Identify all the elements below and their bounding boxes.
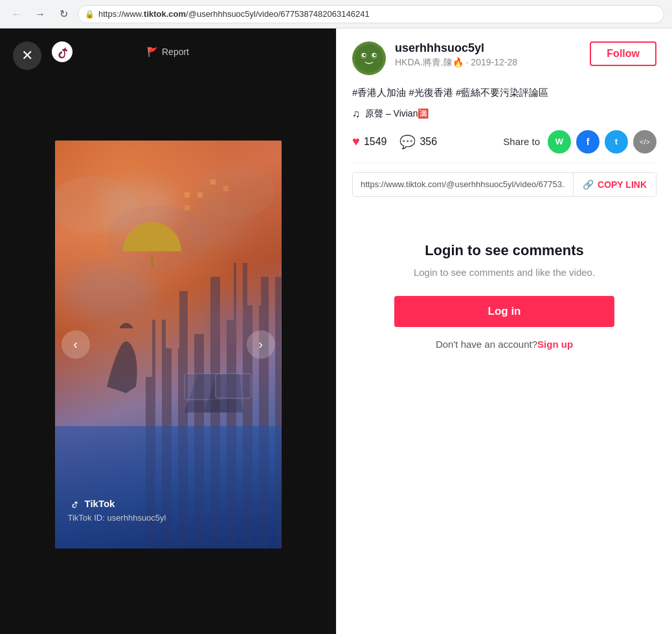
url-field[interactable] bbox=[353, 173, 573, 196]
whatsapp-icon: W bbox=[555, 137, 563, 146]
svg-rect-10 bbox=[216, 374, 251, 398]
user-meta: HKDA.將青.陳🔥 · 2019-12-28 bbox=[395, 57, 581, 69]
share-row: Share to W f t </> bbox=[503, 130, 656, 153]
comments-count: 356 bbox=[420, 136, 437, 148]
music-info: ♫ 原聲 – Vivian🈵 bbox=[352, 108, 656, 120]
signup-link[interactable]: Sign up bbox=[537, 339, 573, 350]
login-title: Login to see comments bbox=[425, 242, 584, 259]
refresh-button[interactable]: ↻ bbox=[54, 5, 73, 23]
svg-point-18 bbox=[374, 54, 376, 56]
share-label: Share to bbox=[503, 136, 540, 147]
svg-point-12 bbox=[355, 44, 383, 73]
embed-icon: </> bbox=[640, 138, 650, 146]
avatar bbox=[352, 41, 386, 75]
share-twitter-button[interactable]: t bbox=[605, 130, 628, 153]
url-text: https://www.tiktok.com/@userhhhsuoc5yl/v… bbox=[98, 9, 370, 19]
stats-row: ♥ 1549 💬 356 Share to W f t </> bbox=[352, 130, 656, 163]
share-whatsapp-button[interactable]: W bbox=[548, 130, 571, 153]
svg-rect-8 bbox=[223, 186, 229, 191]
tiktok-icon bbox=[52, 41, 73, 62]
music-title: 原聲 – Vivian🈵 bbox=[365, 108, 429, 120]
username: userhhhsuoc5yl bbox=[395, 41, 581, 55]
heart-icon: ♥ bbox=[352, 134, 360, 149]
svg-rect-7 bbox=[210, 179, 216, 185]
comment-icon: 💬 bbox=[399, 134, 416, 150]
tiktok-logo-area bbox=[52, 41, 73, 62]
svg-point-2 bbox=[197, 166, 275, 218]
right-panel: userhhhsuoc5yl HKDA.將青.陳🔥 · 2019-12-28 F… bbox=[336, 28, 672, 634]
svg-rect-4 bbox=[185, 192, 190, 198]
watermark-text: TikTok bbox=[85, 498, 115, 509]
music-note-icon: ♫ bbox=[352, 108, 360, 120]
lock-icon: 🔒 bbox=[85, 10, 95, 19]
flag-icon: 🚩 bbox=[147, 47, 158, 57]
next-button[interactable]: › bbox=[247, 330, 275, 359]
facebook-icon: f bbox=[587, 137, 590, 147]
watermark-tiktok-icon bbox=[68, 497, 81, 510]
main-layout: ✕ 🚩 Report bbox=[0, 28, 672, 634]
copy-link-button[interactable]: 🔗 COPY LINK bbox=[573, 173, 656, 196]
svg-rect-5 bbox=[197, 192, 203, 198]
prev-button[interactable]: ‹ bbox=[62, 330, 90, 359]
video-container: TikTok TikTok ID: userhhhsuoc5yl ‹ › bbox=[55, 141, 282, 549]
share-embed-button[interactable]: </> bbox=[633, 130, 656, 153]
video-panel: ✕ 🚩 Report bbox=[0, 28, 336, 634]
login-button[interactable]: Log in bbox=[394, 296, 614, 327]
share-facebook-button[interactable]: f bbox=[576, 130, 599, 153]
tiktok-watermark: TikTok TikTok ID: userhhhsuoc5yl bbox=[68, 497, 166, 523]
close-button[interactable]: ✕ bbox=[13, 41, 41, 70]
back-button[interactable]: ← bbox=[8, 5, 26, 23]
likes-count: 1549 bbox=[364, 136, 387, 148]
caption: #香港人加油 #光復香港 #藍絲不要污染評論區 bbox=[352, 85, 656, 100]
signup-prefix: Don't have an account? bbox=[436, 339, 537, 350]
user-header: userhhhsuoc5yl HKDA.將青.陳🔥 · 2019-12-28 F… bbox=[352, 41, 656, 75]
likes-stat: ♥ 1549 bbox=[352, 134, 386, 149]
signup-text: Don't have an account?Sign up bbox=[436, 339, 573, 350]
login-section: Login to see comments Login to see comme… bbox=[352, 216, 656, 376]
watermark-id: TikTok ID: userhhhsuoc5yl bbox=[68, 513, 166, 523]
report-button[interactable]: 🚩 Report bbox=[147, 47, 189, 57]
link-icon: 🔗 bbox=[583, 179, 594, 190]
user-info: userhhhsuoc5yl HKDA.將青.陳🔥 · 2019-12-28 bbox=[395, 41, 581, 69]
copy-label: COPY LINK bbox=[598, 179, 647, 190]
svg-point-17 bbox=[364, 54, 366, 56]
svg-point-3 bbox=[107, 205, 210, 270]
comments-stat: 💬 356 bbox=[399, 134, 437, 150]
browser-chrome: ← → ↻ 🔒 https://www.tiktok.com/@userhhhs… bbox=[0, 0, 672, 28]
twitter-icon: t bbox=[615, 137, 618, 146]
svg-rect-6 bbox=[185, 205, 190, 210]
url-copy-row: 🔗 COPY LINK bbox=[352, 172, 656, 197]
login-subtitle: Login to see comments and like the video… bbox=[414, 267, 595, 278]
avatar-image bbox=[352, 41, 386, 75]
forward-button[interactable]: → bbox=[31, 5, 49, 23]
follow-button[interactable]: Follow bbox=[590, 41, 656, 66]
address-bar[interactable]: 🔒 https://www.tiktok.com/@userhhhsuoc5yl… bbox=[78, 5, 664, 23]
